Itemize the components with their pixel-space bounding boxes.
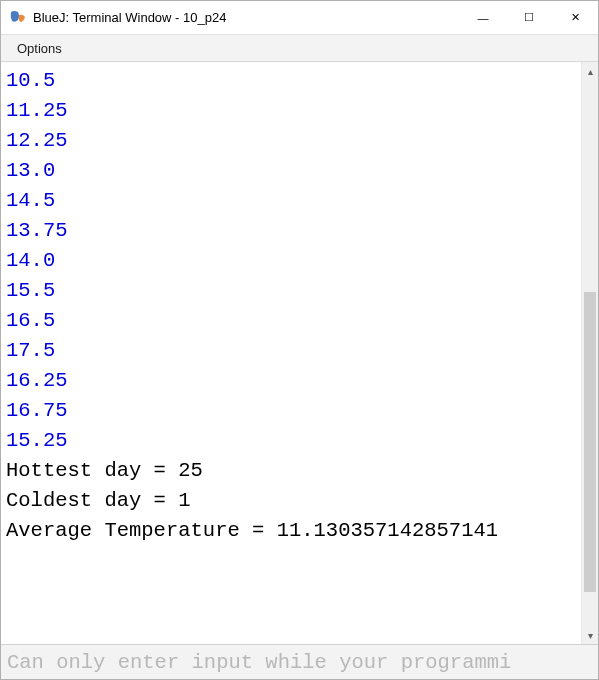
status-text: Can only enter input while your programm…: [7, 651, 511, 674]
terminal-content: 10.511.2512.2513.014.513.7514.015.516.51…: [1, 62, 581, 550]
minimize-icon: —: [478, 12, 489, 24]
terminal-area[interactable]: 10.511.2512.2513.014.513.7514.015.516.51…: [1, 62, 581, 644]
terminal-line: 10.5: [6, 66, 576, 96]
minimize-button[interactable]: —: [460, 1, 506, 34]
terminal-line: 17.5: [6, 336, 576, 366]
window-title: BlueJ: Terminal Window - 10_p24: [33, 10, 460, 25]
main-area: 10.511.2512.2513.014.513.7514.015.516.51…: [1, 62, 598, 644]
scroll-up-arrow[interactable]: ▴: [582, 62, 598, 80]
app-icon: [9, 9, 27, 27]
terminal-line: 16.25: [6, 366, 576, 396]
window-controls: — ☐ ✕: [460, 1, 598, 34]
close-icon: ✕: [571, 11, 580, 24]
terminal-line: 15.5: [6, 276, 576, 306]
maximize-icon: ☐: [524, 11, 534, 24]
menu-options[interactable]: Options: [11, 39, 68, 58]
scroll-down-arrow[interactable]: ▾: [582, 626, 598, 644]
terminal-line: 14.0: [6, 246, 576, 276]
terminal-line: 16.75: [6, 396, 576, 426]
scroll-thumb[interactable]: [584, 292, 596, 592]
terminal-line: 12.25: [6, 126, 576, 156]
terminal-line: 13.75: [6, 216, 576, 246]
menubar: Options: [1, 35, 598, 62]
terminal-line: Average Temperature = 11.130357142857141: [6, 516, 576, 546]
terminal-line: Hottest day = 25: [6, 456, 576, 486]
titlebar: BlueJ: Terminal Window - 10_p24 — ☐ ✕: [1, 1, 598, 35]
terminal-line: 11.25: [6, 96, 576, 126]
statusbar: Can only enter input while your programm…: [1, 644, 598, 679]
terminal-line: 14.5: [6, 186, 576, 216]
terminal-line: 16.5: [6, 306, 576, 336]
terminal-line: 13.0: [6, 156, 576, 186]
close-button[interactable]: ✕: [552, 1, 598, 34]
maximize-button[interactable]: ☐: [506, 1, 552, 34]
terminal-line: Coldest day = 1: [6, 486, 576, 516]
vertical-scrollbar[interactable]: ▴ ▾: [581, 62, 598, 644]
terminal-line: 15.25: [6, 426, 576, 456]
